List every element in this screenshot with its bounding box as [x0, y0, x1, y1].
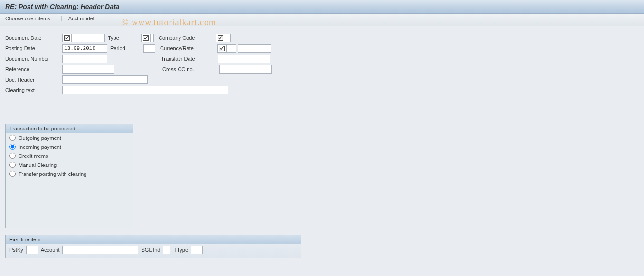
type-required-icon[interactable] — [141, 34, 151, 42]
document-date-required-icon[interactable] — [62, 34, 72, 42]
cross-cc-input[interactable] — [219, 65, 272, 74]
choose-open-items-button[interactable]: Choose open items — [5, 16, 50, 21]
cross-cc-label: Cross-CC no. — [162, 66, 219, 72]
transaction-legend: Transaction to be processed — [6, 124, 133, 133]
reference-label: Reference — [5, 66, 62, 72]
rate-input[interactable] — [238, 44, 271, 53]
window-title: RE: Post with Clearing: Header Data — [5, 3, 119, 10]
currency-input[interactable] — [227, 44, 236, 53]
row-reference: Reference Cross-CC no. — [5, 64, 639, 74]
company-code-required-icon[interactable] — [216, 34, 225, 42]
doc-header-input[interactable] — [62, 75, 148, 84]
radio-outgoing-payment[interactable]: Outgoing payment — [6, 133, 133, 142]
radio-manual-input[interactable] — [9, 162, 16, 168]
radio-manual-clearing[interactable]: Manual Clearing — [6, 160, 133, 169]
radio-incoming-payment[interactable]: Incoming payment — [6, 142, 133, 151]
posting-date-label: Posting Date — [5, 46, 62, 51]
radio-credit-memo[interactable]: Credit memo — [6, 151, 133, 160]
type-label: Type — [108, 35, 141, 41]
document-number-label: Document Number — [5, 56, 62, 62]
sgl-ind-label: SGL Ind — [141, 247, 160, 253]
toolbar: Choose open items Acct model — [0, 14, 644, 26]
radio-transfer-input[interactable] — [9, 171, 16, 177]
currency-required-icon[interactable] — [217, 44, 227, 53]
clearing-text-label: Clearing text — [5, 87, 62, 93]
ttype-input[interactable] — [191, 246, 203, 254]
currency-rate-label: Currency/Rate — [160, 46, 217, 51]
first-line-item-legend: First line item — [6, 235, 301, 244]
radio-outgoing-label: Outgoing payment — [19, 135, 61, 141]
row-posting-date: Posting Date Period Currency/Rate — [5, 43, 639, 54]
doc-header-label: Doc. Header — [5, 77, 62, 83]
radio-credit-input[interactable] — [9, 153, 16, 159]
transaction-groupbox: Transaction to be processed Outgoing pay… — [5, 124, 133, 228]
radio-incoming-input[interactable] — [9, 144, 16, 150]
company-code-label: Company Code — [159, 35, 216, 41]
acct-model-button[interactable]: Acct model — [61, 16, 94, 21]
company-code-input[interactable] — [225, 34, 231, 42]
sgl-ind-input[interactable] — [163, 246, 170, 254]
ttype-label: TType — [173, 247, 188, 253]
document-date-label: Document Date — [5, 35, 62, 41]
row-document-date: Document Date Type Company Code — [5, 33, 639, 43]
radio-transfer-posting[interactable]: Transfer posting with clearing — [6, 169, 133, 178]
row-document-number: Document Number Translatn Date — [5, 54, 639, 64]
pstky-label: PstKy — [9, 247, 23, 253]
reference-input[interactable] — [62, 65, 114, 74]
row-doc-header: Doc. Header — [5, 74, 639, 85]
first-line-item-groupbox: First line item PstKy Account SGL Ind TT… — [5, 235, 301, 258]
radio-incoming-label: Incoming payment — [19, 144, 61, 150]
period-label: Period — [110, 46, 143, 51]
header-form: Document Date Type Company Code Posting … — [0, 26, 644, 100]
translatn-date-input[interactable] — [218, 55, 270, 63]
window-title-bar: RE: Post with Clearing: Header Data — [0, 0, 644, 14]
row-clearing-text: Clearing text — [5, 85, 639, 95]
account-input[interactable] — [62, 246, 138, 254]
document-date-input[interactable] — [72, 34, 105, 42]
radio-outgoing-input[interactable] — [9, 135, 16, 141]
radio-transfer-label: Transfer posting with clearing — [19, 171, 86, 177]
account-label: Account — [41, 247, 60, 253]
radio-manual-label: Manual Clearing — [19, 162, 57, 168]
translatn-date-label: Translatn Date — [161, 56, 218, 62]
type-input[interactable] — [151, 34, 154, 42]
radio-credit-label: Credit memo — [19, 153, 48, 159]
document-number-input[interactable] — [62, 55, 107, 63]
clearing-text-input[interactable] — [62, 86, 228, 94]
pstky-input[interactable] — [26, 246, 38, 254]
period-input[interactable] — [143, 44, 155, 53]
posting-date-input[interactable] — [62, 44, 107, 53]
